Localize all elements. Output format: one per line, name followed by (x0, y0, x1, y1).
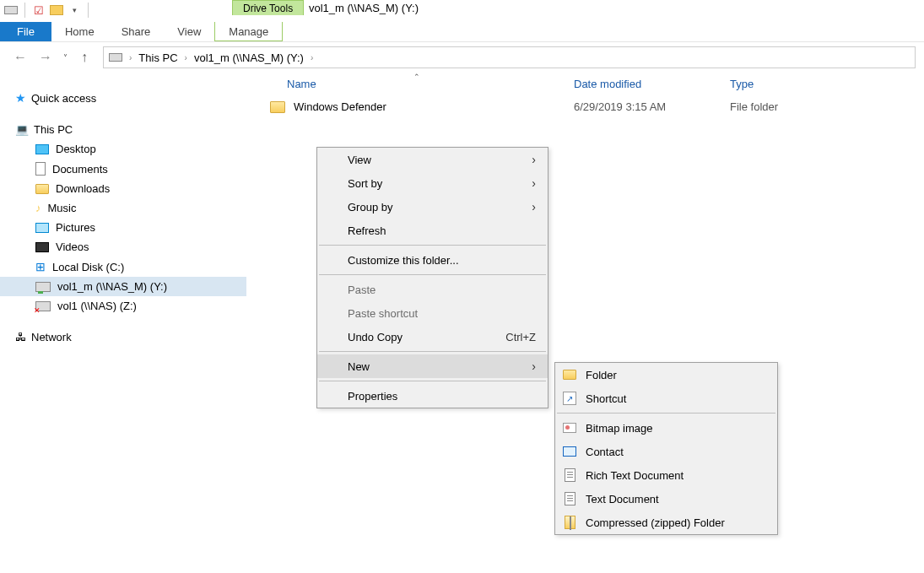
date-column-header[interactable]: Date modified (574, 78, 730, 90)
new-bitmap[interactable]: Bitmap image (555, 416, 777, 440)
folder-icon (35, 184, 49, 194)
file-list-pane[interactable]: ⌃Name Date modified Type Windows Defende… (262, 73, 924, 573)
documents-node[interactable]: Documents (15, 159, 262, 179)
qat-dropdown-icon[interactable]: ▾ (67, 3, 82, 18)
new-folder-qat-icon[interactable] (49, 3, 64, 18)
up-button[interactable]: ↑ (73, 46, 96, 69)
chevron-right-icon[interactable]: › (181, 53, 191, 62)
ctx-view[interactable]: View› (317, 148, 548, 171)
desktop-icon (35, 144, 49, 154)
ribbon-tabs: File Home Share View Manage (0, 22, 924, 42)
breadcrumb-this-pc[interactable]: This PC (138, 51, 177, 64)
windows-icon (35, 260, 46, 273)
separator (557, 413, 775, 414)
forward-button[interactable]: → (34, 46, 57, 69)
ctx-sort-by[interactable]: Sort by› (317, 171, 548, 195)
file-date-label: 6/29/2019 3:15 AM (574, 100, 730, 113)
disconnected-drive-icon (35, 301, 51, 311)
manage-tab[interactable]: Manage (214, 22, 283, 41)
file-type-label: File folder (730, 100, 865, 113)
network-drive-icon (35, 282, 51, 292)
ctx-customize-folder[interactable]: Customize this folder... (317, 248, 548, 272)
video-icon (35, 242, 49, 252)
this-pc-node[interactable]: This PC (15, 120, 262, 139)
folder-icon (270, 101, 285, 113)
bitmap-icon (562, 420, 577, 435)
folder-icon (562, 367, 577, 382)
new-folder[interactable]: Folder (555, 363, 777, 387)
window-title: vol1_m (\\NAS_M) (Y:) (309, 2, 419, 14)
ctx-refresh[interactable]: Refresh (317, 219, 548, 242)
shortcut-label: Ctrl+Z (505, 331, 536, 343)
chevron-right-icon: › (532, 153, 536, 166)
chevron-right-icon[interactable]: › (126, 53, 135, 62)
new-submenu: Folder ↗Shortcut Bitmap image Contact Ri… (554, 362, 778, 535)
text-icon (562, 491, 577, 506)
type-column-header[interactable]: Type (730, 78, 865, 90)
desktop-node[interactable]: Desktop (15, 139, 262, 159)
separator (319, 351, 546, 352)
separator (319, 245, 546, 246)
vol1-node[interactable]: vol1 (\\NAS) (Z:) (15, 296, 262, 316)
properties-qat-icon[interactable]: ☑ (31, 3, 46, 18)
file-tab[interactable]: File (0, 22, 51, 41)
videos-node[interactable]: Videos (15, 237, 262, 257)
share-tab[interactable]: Share (108, 22, 165, 41)
drive-tools-tab[interactable]: Drive Tools (232, 0, 304, 15)
new-txt[interactable]: Text Document (555, 487, 777, 511)
pictures-node[interactable]: Pictures (15, 218, 262, 237)
ctx-properties[interactable]: Properties (317, 384, 548, 408)
ctx-group-by[interactable]: Group by› (317, 195, 548, 219)
contact-icon (562, 444, 577, 459)
music-node[interactable]: Music (15, 198, 262, 218)
ctx-undo-copy[interactable]: Undo CopyCtrl+Z (317, 325, 548, 349)
music-icon (35, 202, 41, 214)
chevron-right-icon: › (532, 359, 536, 373)
rtf-icon (562, 468, 577, 483)
ctx-paste-shortcut: Paste shortcut (317, 301, 548, 325)
downloads-node[interactable]: Downloads (15, 179, 262, 198)
chevron-right-icon: › (532, 176, 536, 190)
title-bar: ☑ ▾ Drive Tools vol1_m (\\NAS_M) (Y:) (0, 0, 924, 20)
name-column-header[interactable]: ⌃Name (262, 78, 574, 90)
vol1m-node[interactable]: vol1_m (\\NAS_M) (Y:) (0, 277, 246, 296)
quick-access-node[interactable]: Quick access (15, 88, 262, 108)
pc-icon (15, 123, 29, 136)
new-zip[interactable]: Compressed (zipped) Folder (555, 511, 777, 534)
context-menu: View› Sort by› Group by› Refresh Customi… (316, 147, 548, 408)
navigation-pane: Quick access This PC Desktop Documents D… (0, 73, 262, 573)
drive-icon (3, 3, 19, 18)
sort-ascending-icon: ⌃ (413, 73, 420, 81)
breadcrumb-location[interactable]: vol1_m (\\NAS_M) (Y:) (194, 51, 304, 64)
back-button[interactable]: ← (8, 46, 32, 69)
address-bar[interactable]: › This PC › vol1_m (\\NAS_M) (Y:) › (103, 46, 916, 68)
star-icon (15, 91, 26, 105)
chevron-right-icon[interactable]: › (307, 53, 316, 62)
chevron-right-icon: › (532, 200, 536, 214)
drive-icon (109, 53, 122, 62)
network-icon (15, 331, 26, 343)
history-dropdown[interactable]: ˅ (59, 46, 71, 69)
home-tab[interactable]: Home (51, 22, 108, 41)
ctx-new[interactable]: New› (317, 354, 548, 378)
local-disk-node[interactable]: Local Disk (C:) (15, 257, 262, 277)
new-contact[interactable]: Contact (555, 440, 777, 463)
zip-icon (562, 515, 577, 530)
new-rtf[interactable]: Rich Text Document (555, 463, 777, 487)
file-row[interactable]: Windows Defender 6/29/2019 3:15 AM File … (262, 95, 924, 118)
separator (319, 274, 546, 275)
view-tab[interactable]: View (164, 22, 214, 41)
network-node[interactable]: Network (15, 327, 262, 347)
shortcut-icon: ↗ (562, 391, 577, 406)
separator (319, 381, 546, 381)
nav-toolbar: ← → ˅ ↑ › This PC › vol1_m (\\NAS_M) (Y:… (0, 42, 924, 73)
column-headers: ⌃Name Date modified Type (262, 73, 924, 95)
pictures-icon (35, 223, 49, 233)
file-name-label: Windows Defender (294, 100, 386, 113)
new-shortcut[interactable]: ↗Shortcut (555, 387, 777, 410)
document-icon (35, 162, 46, 176)
ctx-paste: Paste (317, 278, 548, 301)
